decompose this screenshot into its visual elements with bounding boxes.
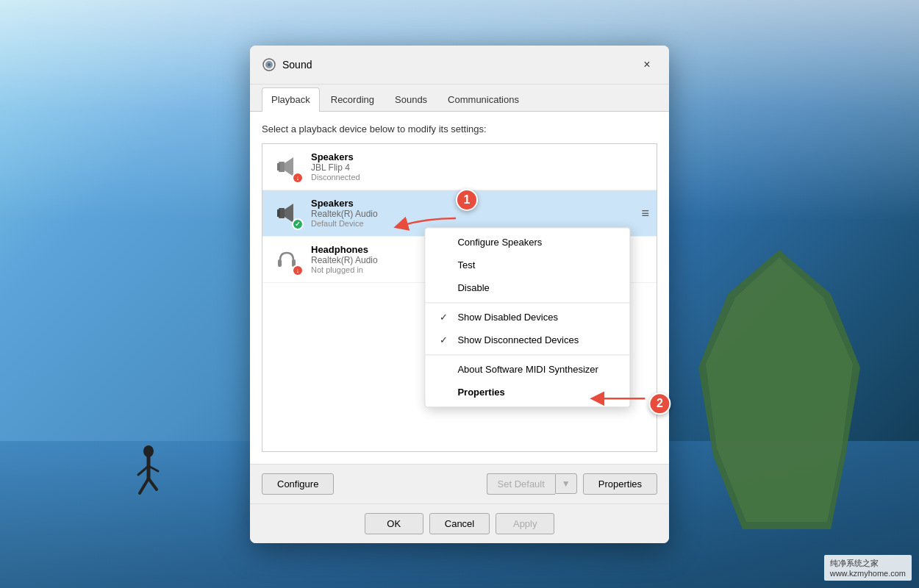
footer-right: Set Default ▼ Properties bbox=[487, 473, 657, 495]
dialog-footer: Configure Set Default ▼ Properties bbox=[250, 464, 669, 503]
watermark-text: 纯净系统之家 bbox=[830, 559, 879, 567]
device-status-realtek: Default Device bbox=[311, 219, 648, 228]
annotation-2-wrap: 2 bbox=[648, 392, 671, 415]
properties-button[interactable]: Properties bbox=[583, 473, 657, 495]
watermark-url: www.kzmyhome.com bbox=[830, 569, 906, 578]
set-default-dropdown-button[interactable]: ▼ bbox=[555, 473, 577, 494]
tab-playback[interactable]: Playback bbox=[262, 87, 320, 112]
instruction-text: Select a playback device below to modify… bbox=[262, 123, 657, 135]
device-info-realtek: Speakers Realtek(R) Audio Default Device bbox=[311, 198, 648, 228]
dialog-titlebar: Sound × bbox=[250, 46, 669, 85]
device-icon-wrap-jbl: ↓ bbox=[271, 151, 302, 182]
watermark: 纯净系统之家 www.kzmyhome.com bbox=[824, 555, 912, 581]
ctx-separator-1 bbox=[425, 302, 629, 303]
tab-sounds[interactable]: Sounds bbox=[385, 87, 437, 111]
cancel-button[interactable]: Cancel bbox=[429, 513, 490, 534]
set-default-button[interactable]: Set Default bbox=[487, 473, 555, 495]
tab-bar: Playback Recording Sounds Communications bbox=[250, 85, 669, 112]
ctx-about-midi[interactable]: About Software MIDI Synthesizer bbox=[425, 358, 629, 381]
device-info-jbl: Speakers JBL Flip 4 Disconnected bbox=[311, 151, 648, 182]
device-name-jbl: Speakers bbox=[311, 151, 648, 162]
ctx-test[interactable]: Test bbox=[425, 254, 629, 276]
footer-left: Configure bbox=[262, 473, 334, 495]
set-default-group: Set Default ▼ bbox=[487, 473, 577, 495]
dialog-title: Sound bbox=[282, 59, 637, 71]
svg-rect-16 bbox=[277, 209, 280, 217]
device-sub-realtek: Realtek(R) Audio bbox=[311, 209, 648, 219]
annotation-2: 2 bbox=[648, 392, 671, 415]
device-status-jbl: Disconnected bbox=[311, 173, 648, 182]
status-badge-default: ✓ bbox=[292, 218, 304, 230]
svg-marker-15 bbox=[285, 204, 293, 223]
svg-point-10 bbox=[268, 63, 271, 66]
ctx-show-disconnected[interactable]: ✓ Show Disconnected Devices bbox=[425, 329, 629, 351]
dialog-bottom: OK Cancel Apply bbox=[250, 503, 669, 543]
ctx-configure-speakers[interactable]: Configure Speakers bbox=[425, 231, 629, 254]
svg-rect-17 bbox=[278, 259, 282, 267]
tab-communications[interactable]: Communications bbox=[438, 87, 529, 111]
ok-button[interactable]: OK bbox=[365, 513, 423, 534]
device-sub-jbl: JBL Flip 4 bbox=[311, 162, 648, 173]
ctx-show-disabled[interactable]: ✓ Show Disabled Devices bbox=[425, 306, 629, 329]
device-icon-wrap-headphones: ↓ bbox=[271, 244, 302, 275]
svg-marker-12 bbox=[285, 157, 293, 176]
apply-button[interactable]: Apply bbox=[496, 513, 554, 534]
ctx-separator-2 bbox=[425, 354, 629, 355]
ctx-disable[interactable]: Disable bbox=[425, 276, 629, 299]
sound-icon bbox=[262, 57, 276, 72]
tab-recording[interactable]: Recording bbox=[321, 87, 384, 111]
ctx-check-disabled: ✓ bbox=[440, 312, 451, 323]
status-badge-headphones: ↓ bbox=[292, 265, 304, 276]
configure-button[interactable]: Configure bbox=[262, 473, 334, 495]
device-item-speakers-jbl[interactable]: ↓ Speakers JBL Flip 4 Disconnected bbox=[262, 144, 657, 190]
status-badge-disconnected-jbl: ↓ bbox=[292, 172, 304, 184]
context-menu-icon[interactable]: ≡ bbox=[641, 205, 649, 220]
ctx-check-disconnected: ✓ bbox=[440, 334, 451, 345]
device-name-realtek: Speakers bbox=[311, 198, 648, 209]
context-menu: Configure Speakers Test Disable ✓ Show D… bbox=[424, 227, 630, 407]
close-button[interactable]: × bbox=[637, 54, 657, 75]
arrow-2 bbox=[590, 385, 648, 411]
device-icon-wrap-realtek: ✓ bbox=[271, 198, 302, 229]
context-menu-container: Configure Speakers Test Disable ✓ Show D… bbox=[424, 227, 630, 407]
svg-rect-13 bbox=[277, 163, 280, 171]
